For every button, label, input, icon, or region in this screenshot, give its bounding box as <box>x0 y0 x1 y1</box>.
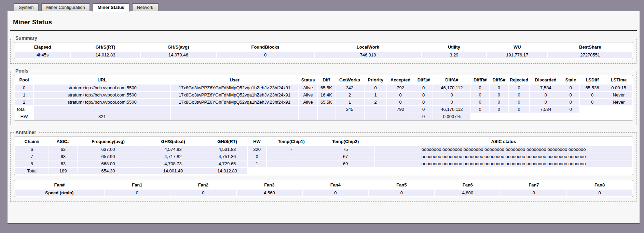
table-cell <box>299 106 317 113</box>
table-cell: 46,170,112 <box>433 85 470 91</box>
column-header: Fan4 <box>303 181 368 189</box>
column-header: User <box>171 76 298 84</box>
table-cell: 0 <box>414 99 433 105</box>
tab-network[interactable]: Network <box>132 3 159 11</box>
fans-table: Fan#Fan1Fan2Fan3Fan4Fan5Fan6Fan7Fan8Spee… <box>14 180 633 197</box>
tab-miner-status[interactable]: Miner Status <box>93 3 129 12</box>
column-header: DiffS# <box>490 76 508 84</box>
column-header: Fan7 <box>501 181 567 189</box>
table-cell: 0 <box>567 190 632 196</box>
table-cell: 67 <box>316 153 374 160</box>
header-row: Chain#ASIC#Frequency(avg)GH/S(ideal)GH/S… <box>15 138 632 145</box>
table-cell: 189 <box>49 168 77 174</box>
table-cell: 0 <box>387 99 414 105</box>
table-cell: 0 <box>562 106 579 113</box>
table-cell: 0 <box>471 92 489 98</box>
table-cell: 0 <box>509 106 529 113</box>
table-row: 1stratum+tcp://bch.vvpool.com:550017x8Go… <box>15 92 632 98</box>
table-cell: 0 <box>365 85 386 91</box>
table-cell: total <box>15 106 33 113</box>
table-cell: 637.00 <box>78 146 139 153</box>
table-cell: 654.30 <box>78 168 139 174</box>
table-cell: 7,584 <box>530 85 561 91</box>
column-header: Fan5 <box>369 181 435 189</box>
table-cell: 0 <box>433 99 470 105</box>
table-cell: 0 <box>530 99 561 105</box>
table-cell: 0 <box>509 85 529 91</box>
table-cell: 342 <box>335 85 364 91</box>
column-header: Status <box>299 76 317 84</box>
table-cell <box>387 113 414 120</box>
table-cell: 2 <box>335 92 364 98</box>
table-cell: 4,574.93 <box>139 146 207 153</box>
table-cell: 0 <box>414 92 433 98</box>
column-header: Diff1# <box>414 76 433 84</box>
tab-miner-configuration[interactable]: Miner Configuration <box>41 3 90 11</box>
table-row: 863668.004,708.734,729.651-69oooooooo oo… <box>15 160 632 167</box>
table-cell: 0 <box>105 190 170 196</box>
table-cell: stratum+tcp://bch.vvpool.com:5500 <box>34 99 170 105</box>
table-cell: HW <box>15 113 33 120</box>
column-header: Utility <box>422 43 486 51</box>
table-cell: 1 <box>15 92 33 98</box>
table-cell: 17x8Go3twPPZ6YGnFdMMpQ52vqa1hZehJv.23hf2… <box>171 92 298 98</box>
table-cell: 0 <box>414 106 433 113</box>
chains-table: Chain#ASIC#Frequency(avg)GH/S(ideal)GH/S… <box>14 137 633 175</box>
table-cell: 0 <box>580 99 605 105</box>
table-cell <box>562 113 579 120</box>
table-row: 2stratum+tcp://bch.vvpool.com:550017x8Go… <box>15 99 632 105</box>
table-cell: 0 <box>369 190 435 196</box>
table-cell: Never <box>605 99 632 105</box>
table-cell: 1 <box>248 160 266 167</box>
column-header: Stale <box>562 76 579 84</box>
table-cell: 63 <box>49 160 77 167</box>
table-cell: 0 <box>217 52 314 58</box>
table-cell: 63 <box>49 146 77 153</box>
column-header: BestShare <box>548 43 632 51</box>
column-header: LSDiff <box>580 76 605 84</box>
table-cell: 0 <box>490 99 508 105</box>
table-cell: 4,560 <box>237 190 302 196</box>
table-cell: 65.5K <box>318 85 335 91</box>
column-header: Rejected <box>509 76 529 84</box>
antminer-legend: AntMiner <box>14 130 38 135</box>
column-header: Fan6 <box>435 181 501 189</box>
table-cell: 0 <box>433 92 470 98</box>
table-cell <box>365 113 386 120</box>
tab-system[interactable]: System <box>14 3 39 11</box>
table-cell: 191,776.17 <box>487 52 547 58</box>
table-cell: 0 <box>509 99 529 105</box>
table-cell: 14,012.83 <box>207 168 247 174</box>
table-cell: 4,708.73 <box>139 160 207 167</box>
column-header: Chain# <box>15 138 49 145</box>
table-cell: 0 <box>303 190 368 196</box>
table-cell: 345 <box>335 106 364 113</box>
table-cell: 7,584 <box>530 106 561 113</box>
table-cell: 0 <box>509 92 529 98</box>
table-cell <box>34 106 170 113</box>
column-header: LocalWork <box>315 43 421 51</box>
fans-wrap: Fan#Fan1Fan2Fan3Fan4Fan5Fan6Fan7Fan8Spee… <box>14 180 633 197</box>
pools-legend: Pools <box>14 68 30 74</box>
table-cell <box>580 106 605 113</box>
table-cell <box>335 113 364 120</box>
table-cell <box>171 113 298 120</box>
table-row: 763657.904,717.824,751.360-67oooooooo oo… <box>15 153 632 160</box>
table-cell <box>605 113 632 120</box>
column-header: Fan# <box>15 181 104 189</box>
table-cell <box>490 113 508 120</box>
table-cell: 0 <box>414 85 433 91</box>
header-row: Fan#Fan1Fan2Fan3Fan4Fan5Fan6Fan7Fan8 <box>15 181 632 189</box>
table-cell: 6 <box>15 146 49 153</box>
table-cell: 4,751.36 <box>207 153 247 160</box>
summary-legend: Summary <box>14 35 39 41</box>
table-cell: 46,170,112 <box>433 106 470 113</box>
tab-bar: System Miner Configuration Miner Status … <box>0 0 644 11</box>
table-cell <box>605 106 632 113</box>
column-header: FoundBlocks <box>217 43 314 51</box>
column-header: Fan2 <box>170 181 236 189</box>
table-row: 4h45s14,012.8314,070.460746,3183.29191,7… <box>15 52 632 58</box>
table-cell: 0 <box>490 85 508 91</box>
table-cell: Speed (r/min) <box>15 190 104 196</box>
table-cell: 0 <box>471 99 489 105</box>
